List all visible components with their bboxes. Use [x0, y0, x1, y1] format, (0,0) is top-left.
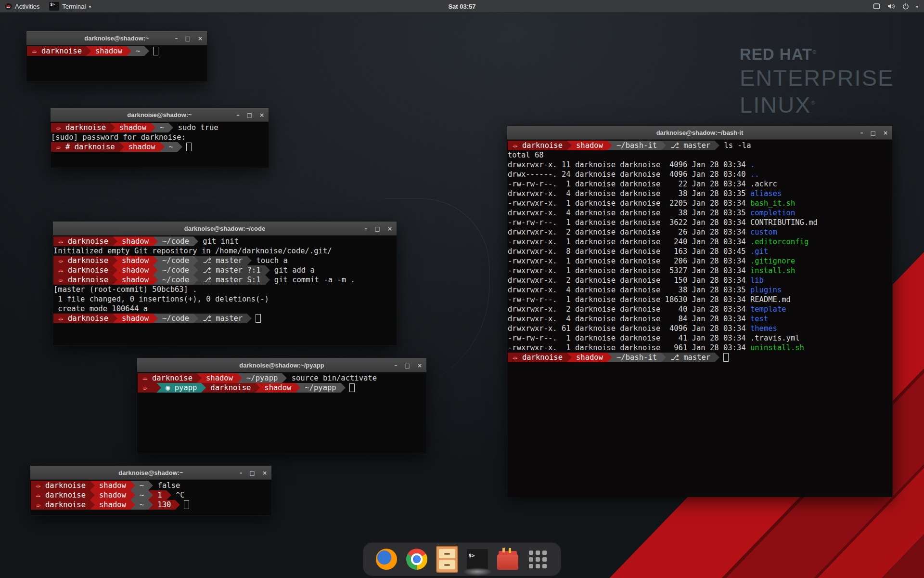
close-button[interactable]: ×	[259, 112, 264, 118]
maximize-button[interactable]: □	[247, 112, 252, 118]
window-title: darknoise@shadow:~/pyapp	[137, 362, 426, 369]
prompt-segment-path: ~/code	[158, 275, 193, 285]
powerline-arrow-icon	[282, 373, 287, 383]
maximize-button[interactable]: □	[871, 130, 876, 136]
prompt-segment-git: ⎇ master	[198, 314, 247, 323]
powerline-arrow-icon	[295, 383, 300, 393]
terminal-text: ls -la	[719, 141, 751, 150]
window-titlebar[interactable]: darknoise@shadow:~–□×	[51, 108, 269, 122]
minimize-button[interactable]: –	[240, 470, 243, 476]
prompt-segment-host: shadow	[572, 141, 607, 150]
maximize-button[interactable]: □	[405, 363, 410, 368]
terminal-window: darknoise@shadow:~/bash-it–□×darknoisesh…	[507, 125, 893, 495]
minimize-button[interactable]: –	[237, 112, 240, 118]
terminal-text: touch a	[252, 256, 288, 265]
minimize-button[interactable]: –	[860, 130, 863, 136]
powerline-arrow-icon	[201, 383, 206, 393]
ls-row-meta: drwxrwxr-x. 4 darknoise darknoise 38 Jan…	[508, 285, 750, 295]
powerline-arrow-icon	[148, 490, 153, 500]
close-button[interactable]: ×	[387, 226, 392, 232]
maximize-button[interactable]: □	[250, 470, 255, 476]
powerline-arrow-icon	[148, 500, 153, 510]
terminal-line: darknoiseshadow~/bash-it⎇ master	[508, 353, 892, 362]
system-status-area[interactable]: ▾	[873, 2, 924, 10]
prompt-segment-git: ⎇ master ?:1	[198, 265, 265, 275]
close-button[interactable]: ×	[417, 363, 422, 368]
terminal-text: 1 file changed, 0 insertions(+), 0 delet…	[53, 294, 269, 304]
chevron-down-icon: ▾	[89, 4, 91, 9]
terminal-line: [sudo] password for darknoise:	[51, 132, 268, 142]
firefox-icon[interactable]	[375, 548, 398, 570]
redhat-prompt-icon	[58, 315, 64, 322]
terminal-line: darknoiseshadow~/code⎇ master touch a	[53, 256, 396, 265]
ls-row-meta: drwxrwxr-x. 2 darknoise darknoise 26 Jan…	[508, 227, 750, 237]
window-titlebar[interactable]: darknoise@shadow:~/bash-it–□×	[507, 126, 892, 140]
window-title: darknoise@shadow:~/code	[53, 225, 397, 232]
terminal-screen[interactable]: darknoiseshadow~/pyapp source bin/activa…	[137, 372, 426, 456]
close-button[interactable]: ×	[262, 470, 267, 476]
ls-row-meta: -rw-rw-r--. 1 darknoise darknoise 3622 J…	[508, 218, 750, 227]
redhat-prompt-icon	[512, 355, 518, 361]
powerline-arrow-icon	[661, 141, 666, 150]
maximize-button[interactable]: □	[185, 36, 191, 41]
prompt-segment-host: shadow	[95, 490, 130, 500]
powerline-arrow-icon	[90, 481, 95, 490]
powerline-arrow-icon	[153, 256, 158, 265]
window-titlebar[interactable]: darknoise@shadow:~–□×	[30, 466, 271, 480]
prompt-segment-host: shadow	[117, 256, 153, 265]
toolbox-logo	[497, 554, 518, 570]
prompt-segment-host: shadow	[572, 353, 607, 362]
powerline-arrow-icon	[715, 353, 719, 362]
prompt-segment-path: ~/pyapp	[300, 383, 340, 393]
ls-row-name: .editorconfig	[750, 237, 808, 247]
prompt-segment-path: ~	[155, 123, 168, 132]
ls-row-meta: drwxrwxr-x. 8 darknoise darknoise 163 Ja…	[508, 247, 750, 256]
powerline-arrow-icon	[193, 256, 198, 265]
terminal-text: source bin/activate	[287, 373, 377, 383]
prompt-segment-host: shadow	[117, 275, 153, 285]
terminal-line: drwxrwxr-x. 2 darknoise darknoise 26 Jan…	[508, 227, 892, 237]
prompt-segment-exit: 1	[153, 490, 166, 500]
redhat-prompt-icon	[35, 492, 41, 499]
close-button[interactable]: ×	[198, 36, 203, 41]
toolbox-icon[interactable]	[497, 548, 519, 570]
chrome-icon[interactable]	[406, 548, 428, 570]
powerline-arrow-icon	[567, 353, 572, 362]
powerline-arrow-icon	[661, 353, 666, 362]
terminal-line: total 68	[508, 150, 892, 160]
window-titlebar[interactable]: darknoise@shadow:~–□×	[26, 31, 207, 45]
prompt-segment-user: darknoise	[53, 265, 113, 275]
powerline-arrow-icon	[113, 275, 117, 285]
ls-row-name: .ackrc	[750, 179, 777, 189]
app-grid-icon[interactable]	[527, 548, 549, 570]
terminal-screen[interactable]: darknoiseshadow~	[26, 45, 207, 84]
terminal-screen[interactable]: darknoiseshadow~ falsedarknoiseshadow~1 …	[30, 480, 271, 518]
terminal-icon[interactable]: $>	[466, 548, 488, 570]
maximize-button[interactable]: □	[375, 226, 380, 232]
terminal-line: drwxrwxr-x. 11 darknoise darknoise 4096 …	[508, 160, 892, 170]
terminal-line: create mode 100644 a	[53, 304, 396, 314]
prompt-segment-host: shadow	[115, 123, 151, 132]
window-titlebar[interactable]: darknoise@shadow:~/pyapp–□×	[137, 358, 426, 372]
clock[interactable]: Sat 03:57	[448, 3, 475, 10]
powerline-arrow-icon	[715, 141, 719, 150]
powerline-arrow-icon	[341, 383, 346, 393]
files-icon[interactable]	[436, 548, 458, 570]
powerline-arrow-icon	[247, 256, 252, 265]
minimize-button[interactable]: –	[175, 36, 178, 41]
prompt-segment-user: darknoise	[27, 46, 86, 56]
ls-row-meta: drwxrwxr-x. 2 darknoise darknoise 40 Jan…	[508, 304, 750, 314]
volume-icon	[887, 2, 896, 10]
close-button[interactable]: ×	[883, 130, 888, 136]
terminal-screen[interactable]: darknoiseshadow~/bash-it⎇ master ls -lat…	[507, 140, 892, 497]
activities-button[interactable]: Activities	[0, 0, 44, 13]
terminal-screen[interactable]: darknoiseshadow~/code git initInitialize…	[53, 236, 397, 348]
ls-row-meta: -rwxrwxr-x. 1 darknoise darknoise 2205 J…	[508, 198, 750, 208]
window-titlebar[interactable]: darknoise@shadow:~/code–□×	[53, 222, 397, 236]
terminal-screen[interactable]: darknoiseshadow~ sudo true[sudo] passwor…	[51, 122, 269, 170]
minimize-button[interactable]: –	[395, 363, 398, 368]
app-menu-terminal[interactable]: $> Terminal ▾	[44, 0, 96, 13]
redhat-prompt-icon	[58, 258, 64, 264]
prompt-segment-git: ⎇ master	[666, 141, 715, 150]
minimize-button[interactable]: –	[365, 226, 368, 232]
